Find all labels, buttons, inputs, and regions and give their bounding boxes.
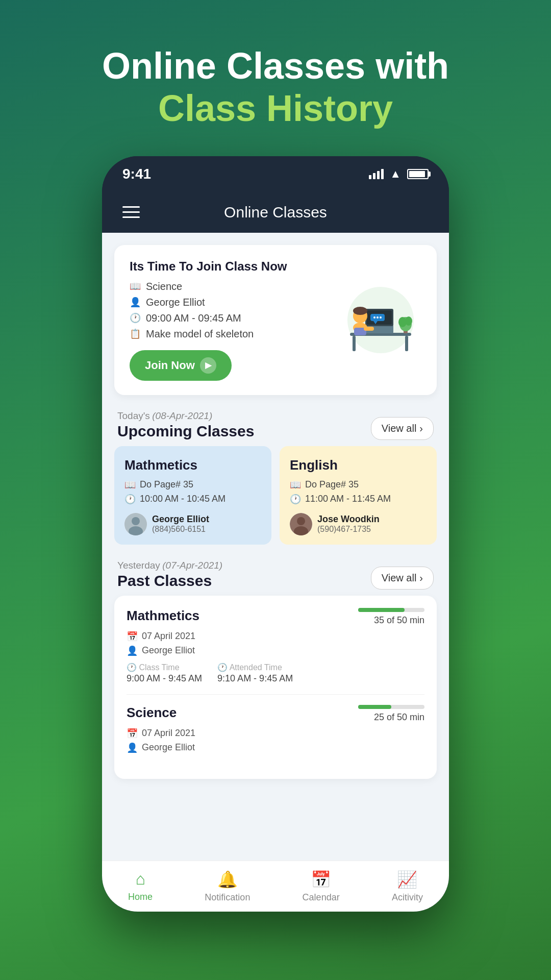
- upcoming-view-all-button[interactable]: View all ›: [371, 417, 434, 440]
- hero-line1: Online Classes with: [102, 46, 449, 86]
- nav-notification-label: Notification: [205, 892, 250, 903]
- past-math-class-time: 9:00 AM - 9:45 AM: [127, 673, 202, 683]
- past-science-teacher-row: 👤 George Elliot: [127, 742, 424, 753]
- join-now-card: Its Time To Join Class Now 📖 Science 👤 G…: [114, 245, 437, 395]
- math-time-row: 🕐 10:00 AM - 10:45 AM: [124, 494, 261, 505]
- past-science-date-row: 📅 07 April 2021: [127, 728, 424, 739]
- home-icon: ⌂: [135, 870, 145, 889]
- join-now-button[interactable]: Join Now ▶: [130, 350, 232, 381]
- math-task: Do Page# 35: [140, 479, 193, 490]
- math-clock-icon: 🕐: [124, 494, 136, 505]
- past-label-row: Yesterday (07-Apr-2021): [117, 560, 222, 571]
- svg-point-11: [380, 316, 382, 318]
- nav-item-calendar[interactable]: 📅 Calendar: [303, 870, 340, 903]
- math-teacher-row: George Elliot (884)560-6151: [124, 513, 261, 535]
- past-math-class-time-label: 🕐 Class Time: [127, 663, 202, 672]
- nav-item-activity[interactable]: 📈 Acitivity: [392, 870, 423, 903]
- app-header: Online Classes: [102, 192, 449, 233]
- clock-icon: 🕐: [130, 312, 141, 324]
- english-teacher-phone: (590)467-1735: [317, 525, 380, 534]
- desk-illustration: [324, 279, 421, 361]
- past-math-progress: 35 of 50 min: [358, 608, 424, 626]
- join-time-row: 🕐 09:00 AM - 09:45 AM: [130, 312, 319, 324]
- past-math-times: 🕐 Class Time 9:00 AM - 9:45 AM 🕐 Attende…: [127, 663, 424, 684]
- past-math-attended-time: 9:10 AM - 9:45 AM: [217, 673, 293, 683]
- join-task: Make model of skeleton: [146, 328, 254, 340]
- past-math-date-row: 📅 07 April 2021: [127, 631, 424, 642]
- past-view-all-label: View all: [382, 572, 417, 584]
- past-science-person-icon: 👤: [127, 742, 138, 753]
- join-subject-row: 📖 Science: [130, 281, 319, 292]
- join-subject: Science: [146, 281, 182, 292]
- english-clock-icon: 🕐: [290, 494, 301, 505]
- past-math-item: Mathmetics 35 of 50 min 📅 07 April 2021: [127, 608, 424, 695]
- upcoming-view-all-label: View all: [382, 423, 417, 434]
- past-math-attended-label: 🕐 Attended Time: [217, 663, 293, 672]
- book-icon: 📖: [130, 281, 141, 292]
- upcoming-title: Upcoming Classes: [117, 423, 254, 440]
- past-science-progress: 25 of 50 min: [358, 705, 424, 723]
- math-task-icon: 📖: [124, 479, 136, 491]
- math-class-card[interactable]: Mathmetics 📖 Do Page# 35 🕐 10:00 AM - 10…: [114, 446, 271, 545]
- join-teacher-row: 👤 George Elliot: [130, 297, 319, 308]
- svg-point-10: [377, 316, 379, 318]
- math-teacher-name: George Elliot: [152, 514, 209, 525]
- past-label: Yesterday: [117, 560, 160, 571]
- english-task-row: 📖 Do Page# 35: [290, 479, 427, 491]
- english-teacher-row: Jose Woodkin (590)467-1735: [290, 513, 427, 535]
- svg-rect-2: [353, 336, 356, 351]
- past-math-progress-fill: [358, 608, 405, 612]
- past-science-item: Science 25 of 50 min 📅 07 April 2021: [127, 705, 424, 764]
- english-time-row: 🕐 11:00 AM - 11:45 AM: [290, 494, 427, 505]
- english-teacher-info: Jose Woodkin (590)467-1735: [317, 514, 380, 534]
- svg-point-20: [405, 316, 412, 326]
- wifi-icon: ▲: [390, 167, 401, 181]
- past-math-top: Mathmetics 35 of 50 min: [127, 608, 424, 626]
- battery-icon: [407, 169, 429, 179]
- hamburger-line: [122, 206, 140, 208]
- nav-item-home[interactable]: ⌂ Home: [128, 870, 153, 902]
- phone-shell: 9:41 ▲ Online Classes: [102, 156, 449, 912]
- past-math-teacher-row: 👤 George Elliot: [127, 645, 424, 656]
- past-science-progress-text: 25 of 50 min: [358, 712, 424, 723]
- past-view-all-button[interactable]: View all ›: [371, 567, 434, 590]
- upcoming-section-left: Today's (08-Apr-2021) Upcoming Classes: [117, 410, 254, 440]
- past-science-name: Science: [127, 705, 177, 721]
- past-science-teacher: George Elliot: [142, 742, 195, 753]
- math-class-name: Mathmetics: [124, 457, 261, 473]
- past-section-header: Yesterday (07-Apr-2021) Past Classes Vie…: [102, 555, 449, 596]
- past-science-top: Science 25 of 50 min: [127, 705, 424, 723]
- join-btn-label: Join Now: [145, 359, 195, 372]
- status-icons: ▲: [369, 167, 429, 181]
- join-time: 09:00 AM - 09:45 AM: [146, 312, 241, 324]
- past-title: Past Classes: [117, 572, 222, 590]
- past-math-date: 07 April 2021: [142, 631, 195, 642]
- past-date: (07-Apr-2021): [162, 560, 222, 571]
- upcoming-label-row: Today's (08-Apr-2021): [117, 410, 254, 422]
- join-teacher: George Elliot: [146, 297, 205, 308]
- english-class-name: English: [290, 457, 427, 473]
- person-icon: 👤: [130, 297, 141, 308]
- join-btn-arrow-icon: ▶: [200, 357, 216, 374]
- past-math-progress-bar: [358, 608, 424, 612]
- svg-point-14: [353, 307, 367, 315]
- svg-point-9: [373, 316, 375, 318]
- past-math-person-icon: 👤: [127, 645, 138, 656]
- task-icon: 📋: [130, 328, 141, 339]
- nav-item-notification[interactable]: 🔔 Notification: [205, 870, 250, 903]
- english-class-card[interactable]: English 📖 Do Page# 35 🕐 11:00 AM - 11:45…: [280, 446, 437, 545]
- phone-content: Its Time To Join Class Now 📖 Science 👤 G…: [102, 233, 449, 861]
- svg-rect-16: [364, 327, 374, 331]
- hamburger-line: [122, 216, 140, 218]
- hamburger-line: [122, 211, 140, 213]
- svg-point-22: [132, 517, 140, 525]
- join-card-left: Its Time To Join Class Now 📖 Science 👤 G…: [130, 259, 319, 381]
- english-time: 11:00 AM - 11:45 AM: [305, 494, 391, 504]
- hamburger-menu[interactable]: [122, 206, 140, 218]
- join-card-title: Its Time To Join Class Now: [130, 259, 319, 274]
- nav-activity-label: Acitivity: [392, 892, 423, 903]
- english-task-icon: 📖: [290, 479, 301, 491]
- upcoming-class-cards: Mathmetics 📖 Do Page# 35 🕐 10:00 AM - 10…: [102, 446, 449, 555]
- past-math-progress-text: 35 of 50 min: [358, 615, 424, 626]
- past-science-cal-icon: 📅: [127, 728, 138, 739]
